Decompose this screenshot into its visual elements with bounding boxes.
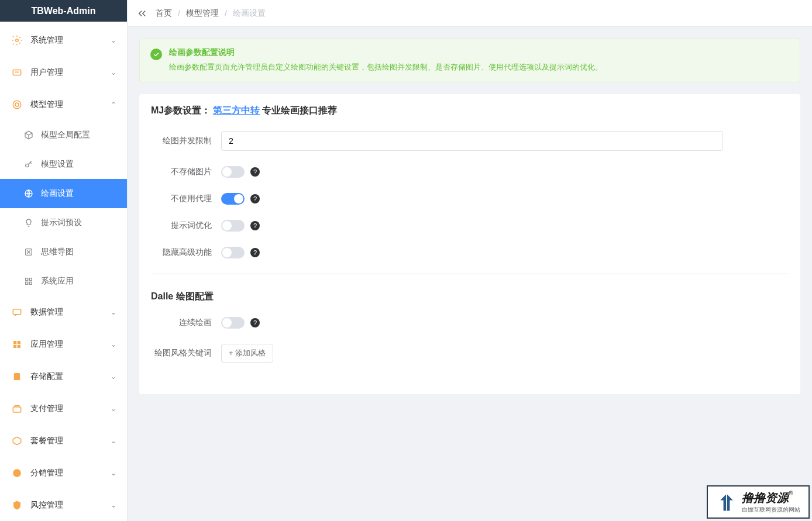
mj-section-title: MJ参数设置： 第三方中转 专业绘画接口推荐: [151, 105, 789, 117]
breadcrumb-separator: /: [178, 9, 180, 18]
sidebar-item-user[interactable]: 用户管理 ⌄: [0, 56, 127, 88]
hide-advanced-label: 隐藏高级功能: [151, 247, 221, 258]
svg-rect-15: [13, 344, 16, 347]
chevron-down-icon: ⌄: [111, 36, 116, 44]
concurrency-input[interactable]: [221, 131, 723, 151]
sidebar: TBWeb-Admin 系统管理 ⌄ 用户管理 ⌄ 模型管理 ⌃ 模型全局配置: [0, 0, 128, 521]
concurrency-label: 绘图并发限制: [151, 136, 221, 146]
submenu-item-global[interactable]: 模型全局配置: [0, 120, 127, 150]
content-area: 绘画参数配置说明 绘画参数配置页面允许管理员自定义绘图功能的关键设置，包括绘图并…: [128, 27, 812, 521]
sidebar-item-label: 数据管理: [30, 307, 111, 318]
sidebar-item-package[interactable]: 套餐管理 ⌄: [0, 425, 127, 457]
chevron-down-icon: ⌄: [111, 372, 116, 381]
app-logo: TBWeb-Admin: [0, 0, 127, 22]
submenu-label: 模型全局配置: [41, 130, 90, 140]
svg-point-4: [15, 103, 19, 106]
sidebar-item-system[interactable]: 系统管理 ⌄: [0, 24, 127, 56]
sidebar-menu: 系统管理 ⌄ 用户管理 ⌄ 模型管理 ⌃ 模型全局配置 模型设: [0, 22, 127, 521]
sidebar-item-label: 支付管理: [30, 403, 111, 414]
alert-description: 绘画参数配置页面允许管理员自定义绘图功能的关键设置，包括绘图并发限制、是否存储图…: [169, 61, 789, 74]
submenu-label: 提示词预设: [41, 218, 82, 228]
chevron-down-icon: ⌄: [111, 68, 116, 77]
sidebar-item-label: 应用管理: [30, 339, 111, 350]
submenu-model: 模型全局配置 模型设置 绘画设置 提示词预设 思维导图: [0, 120, 127, 296]
submenu-item-mindmap[interactable]: 思维导图: [0, 237, 127, 267]
sidebar-item-label: 用户管理: [30, 67, 111, 78]
sidebar-item-storage[interactable]: 存储配置 ⌄: [0, 360, 127, 392]
help-icon[interactable]: ?: [250, 318, 260, 327]
help-icon[interactable]: ?: [250, 167, 260, 177]
chevron-down-icon: ⌄: [111, 308, 116, 316]
grid-icon: [11, 338, 23, 351]
prompt-opt-switch[interactable]: [221, 220, 245, 232]
sidebar-item-risk[interactable]: 风控管理 ⌄: [0, 489, 127, 521]
collapse-sidebar-button[interactable]: [137, 8, 147, 19]
check-circle-icon: [150, 49, 162, 60]
submenu-item-prompt[interactable]: 提示词预设: [0, 208, 127, 237]
submenu-label: 系统应用: [41, 276, 74, 287]
chat-icon: [11, 306, 23, 319]
submenu-item-drawing[interactable]: 绘画设置: [0, 179, 127, 208]
hide-advanced-switch[interactable]: [221, 247, 245, 258]
topbar: 首页 / 模型管理 / 绘画设置: [128, 0, 812, 27]
globe-icon: [23, 188, 34, 199]
svg-rect-16: [18, 344, 20, 347]
sidebar-item-label: 存储配置: [30, 371, 111, 382]
breadcrumb-item[interactable]: 首页: [156, 8, 172, 19]
help-icon[interactable]: ?: [250, 221, 260, 230]
no-proxy-switch[interactable]: [221, 193, 245, 205]
svg-point-5: [26, 164, 29, 167]
svg-rect-12: [13, 309, 21, 314]
watermark-logo-icon: [716, 492, 737, 513]
submenu-label: 绘画设置: [41, 188, 74, 199]
cube-icon: [23, 130, 34, 140]
chevron-down-icon: ⌄: [111, 469, 116, 477]
svg-point-19: [13, 469, 21, 477]
breadcrumb-item-current: 绘画设置: [233, 8, 266, 19]
key-icon: [23, 159, 34, 170]
help-icon[interactable]: ?: [250, 194, 260, 203]
bulb-icon: [23, 218, 34, 228]
prompt-opt-label: 提示词优化: [151, 220, 221, 231]
info-alert: 绘画参数配置说明 绘画参数配置页面允许管理员自定义绘图功能的关键设置，包括绘图并…: [139, 39, 800, 82]
svg-rect-9: [29, 278, 32, 281]
sidebar-item-data[interactable]: 数据管理 ⌄: [0, 296, 127, 328]
breadcrumb-item[interactable]: 模型管理: [186, 8, 219, 19]
svg-rect-11: [29, 282, 32, 284]
no-proxy-label: 不使用代理: [151, 194, 221, 204]
main-area: 首页 / 模型管理 / 绘画设置 绘画参数配置说明 绘画参数配置页面允许管理员自…: [128, 0, 812, 521]
svg-point-3: [13, 101, 21, 109]
submenu-item-settings[interactable]: 模型设置: [0, 150, 127, 179]
continuous-switch[interactable]: [221, 317, 245, 329]
apps-icon: [23, 276, 34, 287]
watermark: 撸撸资源 ® 白嫖互联网资源的网站: [707, 485, 810, 519]
payment-icon: [11, 402, 23, 415]
watermark-reg: ®: [789, 490, 793, 496]
chevron-up-icon: ⌃: [111, 101, 116, 109]
mindmap-icon: [23, 247, 34, 257]
add-style-button[interactable]: + 添加风格: [221, 344, 273, 363]
chevron-down-icon: ⌄: [111, 405, 116, 413]
alert-title: 绘画参数配置说明: [169, 47, 789, 58]
submenu-label: 模型设置: [41, 159, 74, 170]
breadcrumb-separator: /: [225, 9, 227, 18]
help-icon[interactable]: ?: [250, 248, 260, 257]
submenu-item-sysapp[interactable]: 系统应用: [0, 267, 127, 296]
package-icon: [11, 434, 23, 447]
shield-icon: [11, 499, 23, 512]
sidebar-item-payment[interactable]: 支付管理 ⌄: [0, 392, 127, 425]
settings-card: MJ参数设置： 第三方中转 专业绘画接口推荐 绘图并发限制 不存储图片 ?: [139, 94, 800, 394]
sidebar-item-model[interactable]: 模型管理 ⌃: [0, 88, 127, 120]
model-icon: [11, 98, 23, 111]
no-store-switch[interactable]: [221, 166, 245, 178]
submenu-label: 思维导图: [41, 247, 74, 257]
gear-icon: [11, 34, 23, 47]
sidebar-item-app[interactable]: 应用管理 ⌄: [0, 328, 127, 360]
divider: [151, 274, 789, 274]
third-party-link[interactable]: 第三方中转: [213, 105, 260, 117]
watermark-subtitle: 白嫖互联网资源的网站: [742, 506, 800, 514]
sidebar-item-distribution[interactable]: 分销管理 ⌄: [0, 457, 127, 489]
sidebar-item-label: 模型管理: [30, 99, 111, 110]
sidebar-item-label: 分销管理: [30, 468, 111, 478]
svg-rect-17: [14, 373, 20, 380]
